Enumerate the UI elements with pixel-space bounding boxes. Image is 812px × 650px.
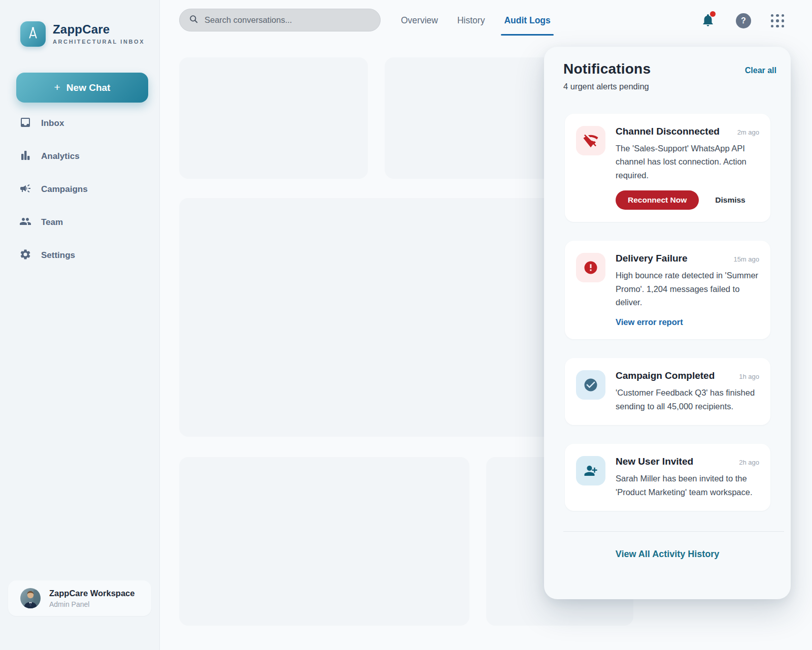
notification-card: New User Invited 2h ago Sarah Miller has… [565, 444, 770, 511]
notification-body: The 'Sales-Support' WhatsApp API channel… [616, 142, 759, 182]
notification-time: 2h ago [739, 459, 759, 466]
apps-menu-button[interactable] [770, 14, 785, 28]
tab-audit-logs[interactable]: Audit Logs [503, 12, 551, 29]
dismiss-button[interactable]: Dismiss [713, 190, 747, 210]
notification-card: Campaign Completed 1h ago 'Customer Feed… [565, 358, 770, 425]
notification-body: Sarah Miller has been invited to the 'Pr… [616, 472, 759, 499]
view-all-activity-link[interactable]: View All Activity History [616, 549, 719, 560]
sidebar-item-analytics[interactable]: Analytics [15, 145, 145, 168]
sidebar-item-team[interactable]: Team [15, 211, 145, 234]
inbox-icon [19, 116, 31, 131]
workspace-card[interactable]: ZappCare Workspace Admin Panel [8, 580, 151, 616]
bar-chart-icon [19, 149, 31, 164]
notification-time: 1h ago [739, 373, 759, 380]
megaphone-icon [19, 182, 31, 197]
notification-badge-dot [710, 11, 716, 17]
notification-card: Delivery Failure 15m ago High bounce rat… [565, 241, 770, 339]
new-chat-button[interactable]: + New Chat [16, 73, 148, 103]
sidebar-item-inbox[interactable]: Inbox [15, 112, 145, 135]
reconnect-now-button[interactable]: Reconnect Now [616, 190, 699, 210]
sidebar-item-campaigns[interactable]: Campaigns [15, 178, 145, 201]
avatar [20, 588, 41, 608]
notification-body: 'Customer Feedback Q3' has finished send… [616, 386, 759, 413]
view-tabs: OverviewHistoryAudit Logs [400, 0, 552, 41]
notifications-subtitle: 4 urgent alerts pending [544, 82, 791, 91]
skeleton-card [179, 457, 469, 626]
search-bar[interactable] [179, 9, 381, 31]
sidebar-item-settings[interactable]: Settings [15, 244, 145, 267]
divider [563, 531, 784, 532]
user-add-icon [576, 456, 605, 485]
search-input[interactable] [205, 15, 371, 25]
notification-list: Channel Disconnected 2m ago The 'Sales-S… [565, 114, 770, 511]
notification-title: Channel Disconnected [616, 126, 733, 137]
sidebar: ZappCare ARCHITECTURAL INBOX + New Chat … [0, 0, 160, 650]
clear-all-button[interactable]: Clear all [745, 66, 776, 75]
help-icon: ? [741, 16, 746, 25]
drafting-compass-icon [25, 25, 41, 43]
wifi-off-icon [576, 126, 605, 155]
notification-title: New User Invited [616, 456, 735, 467]
notification-body: High bounce rate detected in 'Summer Pro… [616, 269, 759, 309]
notifications-title: Notifications [563, 61, 651, 77]
notifications-panel: Notifications Clear all 4 urgent alerts … [544, 47, 791, 599]
skeleton-card [179, 198, 571, 437]
workspace-name: ZappCare Workspace [49, 589, 134, 598]
brand-name: ZappCare [53, 22, 110, 37]
sidebar-nav: Inbox Analytics Campaigns Team Settings [15, 112, 145, 267]
search-icon [189, 14, 198, 26]
notification-card: Channel Disconnected 2m ago The 'Sales-S… [565, 114, 770, 222]
help-button[interactable]: ? [736, 13, 751, 28]
tab-overview[interactable]: Overview [400, 12, 439, 29]
plus-icon: + [54, 81, 60, 93]
gear-icon [19, 248, 31, 263]
brand-tagline: ARCHITECTURAL INBOX [53, 39, 145, 45]
notification-time: 2m ago [737, 128, 759, 136]
notification-time: 15m ago [733, 255, 759, 263]
people-icon [19, 215, 31, 230]
notification-title: Delivery Failure [616, 253, 729, 264]
alert-circle-icon [576, 253, 605, 282]
workspace-role: Admin Panel [49, 600, 134, 608]
notification-title: Campaign Completed [616, 370, 735, 381]
apps-grid-icon [771, 14, 785, 28]
new-chat-label: New Chat [66, 82, 111, 93]
app-logo [20, 21, 46, 47]
tab-history[interactable]: History [456, 12, 486, 29]
view-error-report-link[interactable]: View error report [616, 317, 683, 327]
check-circle-icon [576, 370, 605, 400]
notifications-bell-button[interactable] [698, 11, 718, 31]
skeleton-card [179, 57, 368, 179]
